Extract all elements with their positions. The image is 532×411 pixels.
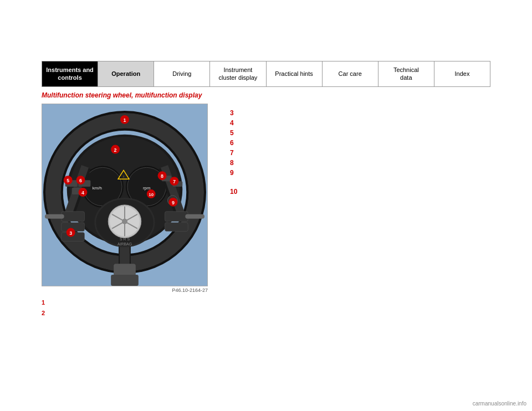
callout-number-7: 7 [230,149,241,157]
steering-wheel-image: km/h rpm ! [42,104,208,286]
svg-text:2: 2 [114,147,117,152]
svg-text:km/h: km/h [93,186,102,191]
callout-number-8: 8 [230,159,241,167]
nav-item-index[interactable]: Index [434,61,490,86]
nav-label-index: Index [454,70,469,78]
nav-item-car-care[interactable]: Car care [323,61,378,86]
main-content: Multifunction steering wheel, multifunct… [42,91,490,320]
callout-number-10: 10 [230,188,241,196]
nav-label-technical-data: Technicaldata [393,66,419,82]
nav-item-operation[interactable]: Operation [98,61,154,86]
callout-4: 4 [230,119,490,127]
svg-rect-45 [185,214,204,218]
nav-label-instruments: Instruments and controls [45,66,94,82]
watermark: carmanualsonline.info [473,400,526,407]
svg-text:3: 3 [69,230,72,235]
svg-rect-44 [45,214,64,218]
svg-text:4: 4 [81,190,84,196]
callout-number-9: 9 [230,169,241,177]
nav-label-practical-hints: Practical hints [275,70,313,78]
nav-item-instruments[interactable]: Instruments and controls [42,61,98,86]
callout-3: 3 [230,109,490,117]
svg-text:S R S: S R S [120,237,130,241]
svg-rect-43 [111,275,139,286]
image-labels: 1 2 [42,297,219,320]
label-2: 2 [42,308,219,319]
svg-point-28 [122,218,127,224]
svg-rect-31 [62,211,85,221]
callout-9: 9 [230,169,490,177]
callout-number-6: 6 [230,139,241,147]
callout-spacer [230,179,490,188]
svg-rect-34 [165,211,188,221]
callout-8: 8 [230,159,490,167]
callout-7: 7 [230,149,490,157]
svg-text:AIRBAG: AIRBAG [117,242,132,246]
nav-label-instrument-cluster: Instrumentcluster display [219,66,258,82]
callout-panel: 3 4 5 6 7 8 9 [230,104,490,198]
svg-text:9: 9 [172,199,175,205]
svg-text:8: 8 [161,173,163,179]
nav-item-driving[interactable]: Driving [154,61,210,86]
callout-number-3: 3 [230,109,241,117]
callout-number-4: 4 [230,119,241,127]
page-subtitle: Multifunction steering wheel, multifunct… [42,91,490,99]
svg-text:7: 7 [173,179,176,184]
callout-5: 5 [230,129,490,137]
image-area: km/h rpm ! [42,104,219,320]
svg-rect-35 [165,222,188,231]
svg-text:10: 10 [149,192,154,197]
nav-item-instrument-cluster[interactable]: Instrumentcluster display [210,61,266,86]
navigation-bar: Instruments and controls Operation Drivi… [42,61,490,87]
callout-10: 10 [230,188,490,196]
nav-label-driving: Driving [172,70,191,78]
svg-text:5: 5 [66,178,69,183]
callout-number-5: 5 [230,129,241,137]
label-1: 1 [42,297,219,309]
nav-item-practical-hints[interactable]: Practical hints [267,61,323,86]
nav-item-technical-data[interactable]: Technicaldata [378,61,434,86]
callout-6: 6 [230,139,490,147]
svg-text:6: 6 [79,178,82,183]
nav-label-car-care: Car care [339,70,362,78]
svg-text:1: 1 [124,117,126,122]
image-caption: P46.10-2164-27 [42,287,208,293]
main-layout: km/h rpm ! [42,104,490,320]
nav-label-operation: Operation [111,70,140,78]
